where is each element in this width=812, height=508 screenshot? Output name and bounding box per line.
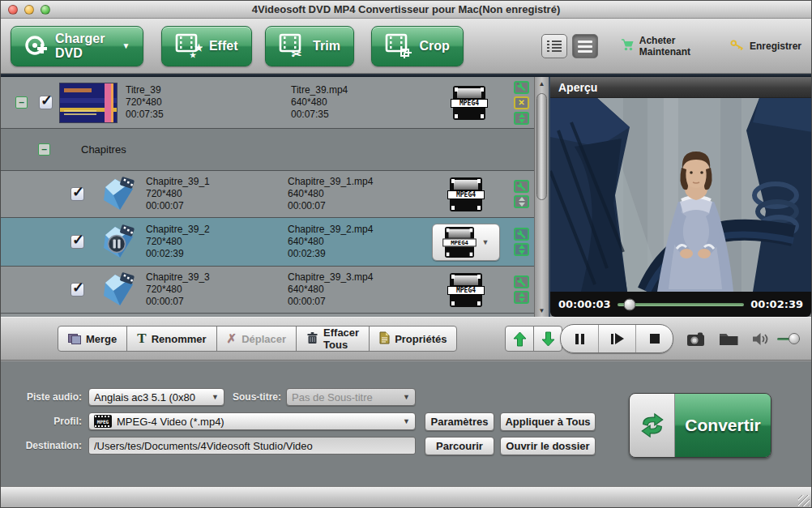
source-info: Chapitre_39_3 720*480 00:00:07 [146, 271, 288, 308]
table-row-chapters-group[interactable]: – Chapitres [1, 129, 534, 171]
speaker-icon [752, 332, 769, 346]
source-info: Titre_39 720*480 00:07:35 [126, 84, 291, 121]
mpeg-profile-icon: MPEG [94, 415, 112, 428]
volume-slider[interactable] [777, 338, 800, 340]
rename-button[interactable]: T Renommer [126, 326, 216, 352]
volume-thumb[interactable] [788, 333, 800, 344]
seek-bar[interactable] [618, 303, 745, 306]
effect-button[interactable]: ★★ Effet [161, 26, 252, 66]
properties-button[interactable]: Propriétés [369, 326, 457, 352]
seek-thumb[interactable] [624, 298, 636, 310]
detail-view-button[interactable] [572, 34, 598, 58]
list-view-icon [547, 40, 562, 53]
browse-button[interactable]: Parcourir [425, 437, 494, 455]
main-toolbar: Charger DVD ▼ ★★ Effet ✂ Trim Crop [1, 19, 811, 74]
chapter3-checkbox[interactable] [71, 283, 84, 297]
play-button[interactable] [598, 325, 635, 352]
svg-text:★: ★ [190, 51, 197, 59]
chevron-down-icon: ▼ [403, 393, 410, 401]
status-bar [1, 486, 811, 508]
load-dvd-button[interactable]: Charger DVD ▼ [11, 26, 143, 66]
chapter-clip-icon [99, 176, 136, 213]
app-window: 4Videosoft DVD MP4 Convertisseur pour Ma… [0, 0, 812, 508]
vertical-scrollbar[interactable]: ▲ ▼ [534, 77, 549, 317]
key-icon [730, 40, 745, 53]
film-stars-icon: ★★ [175, 33, 203, 59]
output-info: Chapitre_39_1.mp4 640*480 00:00:07 [288, 176, 450, 212]
table-row-chapter-1[interactable]: Chapitre_39_1 720*480 00:00:07 Chapitre_… [1, 171, 534, 218]
output-info: Titre_39.mp4 640*480 00:07:35 [291, 84, 453, 121]
table-row-chapter-2-selected[interactable]: Chapitre_39_2 720*480 00:02:39 Chapitre_… [1, 218, 534, 267]
collapse-chapters-icon[interactable]: – [38, 143, 50, 156]
table-row-title[interactable]: – Titre_39 720*480 00:07:35 Titre_39.mp4… [1, 77, 534, 129]
format-dropdown[interactable]: MPEG4 ▼ [432, 224, 500, 261]
subtitle-label: Sous-titre: [229, 391, 281, 403]
list-view-button[interactable] [541, 34, 567, 58]
expand-row-icon[interactable] [514, 195, 529, 208]
chapter-clip-icon [99, 271, 136, 309]
arrow-up-icon [513, 331, 527, 347]
disc-plus-icon [24, 34, 49, 58]
edit-settings-icon[interactable] [514, 228, 529, 241]
convert-button-label: Convertir [675, 394, 771, 457]
open-output-folder-button[interactable] [719, 331, 739, 346]
snapshot-button[interactable] [686, 331, 706, 347]
chapter1-checkbox[interactable] [71, 187, 84, 201]
chevron-down-icon: ▼ [122, 41, 130, 50]
audio-track-dropdown[interactable]: Anglais ac3 5.1 (0x80 ▼ [88, 388, 224, 406]
folder-icon [719, 331, 739, 346]
profile-dropdown[interactable]: MPEG MPEG-4 Video (*.mp4) ▼ [88, 412, 416, 430]
destination-label: Destination: [7, 440, 82, 451]
edit-settings-icon[interactable] [514, 275, 529, 288]
mute-button[interactable] [752, 332, 769, 346]
crop-button[interactable]: Crop [371, 26, 463, 66]
convert-button[interactable]: Convertir [629, 393, 771, 458]
edit-settings-icon[interactable] [514, 81, 529, 94]
move-icon: ✗ [227, 331, 237, 346]
source-info: Chapitre_39_2 720*480 00:02:39 [146, 224, 288, 260]
apply-to-all-button[interactable]: Appliquer à Tous [500, 412, 596, 431]
mpeg4-format-icon: MPEG4 [450, 177, 482, 211]
view-toggle-group [541, 34, 598, 58]
destination-field[interactable] [88, 437, 416, 455]
merge-button[interactable]: Merge [58, 326, 127, 352]
expand-row-icon[interactable] [514, 112, 529, 125]
buy-now-link[interactable]: Acheter Maintenant [621, 35, 711, 58]
clear-all-button[interactable]: Effacer Tous [296, 326, 370, 352]
preview-panel: Aperçu [549, 77, 811, 317]
chevron-down-icon: ▼ [212, 393, 219, 401]
parameters-button[interactable]: Paramètres [425, 412, 494, 431]
open-folder-button[interactable]: Ouvrir le dossier [500, 437, 596, 455]
camera-icon [686, 331, 706, 347]
chapter-clip-pause-icon[interactable] [99, 224, 136, 261]
document-icon [379, 331, 390, 347]
pause-icon [575, 334, 584, 344]
pause-button[interactable] [561, 325, 598, 352]
video-preview[interactable] [550, 98, 811, 292]
move-button: ✗ Déplacer [216, 326, 297, 352]
edit-toolbar: Merge T Renommer ✗ Déplacer Effacer Tous… [1, 317, 811, 361]
film-crop-icon [385, 33, 412, 59]
scroll-up-icon[interactable]: ▲ [535, 77, 549, 90]
scrollbar-thumb[interactable] [536, 93, 547, 200]
convert-sync-icon [639, 412, 666, 439]
expand-row-icon[interactable] [514, 291, 529, 304]
collapse-title-icon[interactable]: – [15, 96, 28, 109]
chapters-group-label: Chapitres [81, 143, 126, 156]
move-up-button[interactable] [505, 326, 534, 352]
title-checkbox[interactable] [39, 96, 53, 109]
trim-button[interactable]: ✂ Trim [265, 26, 354, 66]
resize-grip[interactable] [798, 495, 810, 506]
table-row-chapter-3[interactable]: Chapitre_39_3 720*480 00:00:07 Chapitre_… [1, 267, 534, 314]
svg-text:✂: ✂ [292, 47, 302, 59]
register-link[interactable]: Enregistrer [730, 40, 801, 53]
play-icon [611, 333, 624, 344]
scroll-down-icon[interactable]: ▼ [535, 304, 549, 317]
remove-icon[interactable]: ✕ [514, 96, 529, 109]
video-frame-image [550, 98, 811, 292]
expand-row-icon[interactable] [514, 243, 529, 256]
edit-settings-icon[interactable] [514, 180, 529, 193]
subtitle-dropdown: Pas de Sous-titre ▼ [286, 388, 416, 406]
chapter2-checkbox[interactable] [71, 235, 84, 249]
stop-button[interactable] [635, 325, 673, 352]
